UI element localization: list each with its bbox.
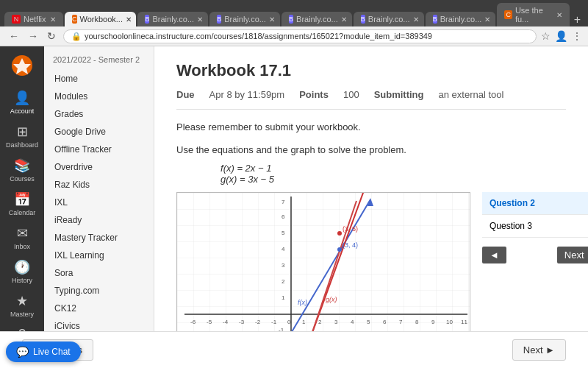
nav-link-ck12[interactable]: CK12 — [44, 300, 154, 317]
svg-text:6: 6 — [282, 213, 285, 220]
svg-text:4: 4 — [282, 246, 285, 252]
svg-text:4: 4 — [351, 319, 354, 325]
next-button[interactable]: Next ► — [512, 339, 566, 361]
svg-text:(3, 4): (3, 4) — [343, 241, 358, 249]
graph-wrapper: 0 -1 -2 -3 -4 -5 -6 1 2 3 4 5 6 7 8 — [176, 192, 470, 331]
svg-text:-2: -2 — [255, 319, 261, 325]
nav-link-ixl-learning[interactable]: IXL Learning — [44, 247, 154, 264]
reload-button[interactable]: ↻ — [44, 29, 59, 43]
svg-text:-4: -4 — [223, 319, 229, 325]
nav-link-offline-tracker[interactable]: Offline Tracker — [44, 141, 154, 158]
new-tab-button[interactable]: + — [571, 13, 584, 26]
svg-text:2: 2 — [318, 319, 322, 325]
svg-text:3: 3 — [282, 262, 285, 269]
sidebar-item-courses[interactable]: 📚 Courses — [0, 153, 44, 187]
tab-brainly2-label: Brainly.co... — [224, 15, 266, 24]
url-text: yourschoolonlineca.instructure.com/cours… — [85, 32, 432, 40]
svg-text:(3, 5): (3, 5) — [343, 225, 358, 233]
tab-workbook-close[interactable]: ✕ — [126, 15, 132, 24]
live-chat-button[interactable]: 💬 Live Chat — [6, 342, 81, 362]
tab-netflix-label: Netflix — [24, 15, 46, 24]
tab-use-the-fu[interactable]: C Use the fu... ✕ — [497, 3, 569, 26]
tab-workbook[interactable]: C Workbook... ✕ — [65, 12, 136, 26]
sidebar-inbox-label: Inbox — [14, 243, 30, 250]
tab-brainly5-close[interactable]: ✕ — [484, 15, 490, 24]
tab-brainly4[interactable]: B Brainly.co... ✕ — [354, 12, 424, 26]
live-chat-label: Live Chat — [33, 347, 71, 357]
equation2: g(x) = 3x − 5 — [220, 174, 566, 185]
svg-text:1: 1 — [282, 294, 285, 301]
semester-label: 2021/2022 - Semester 2 — [44, 52, 154, 70]
tab-use-label: Use the fu... — [515, 6, 553, 24]
question-prev-button[interactable]: ◄ — [482, 247, 506, 263]
svg-text:3: 3 — [334, 319, 338, 325]
nav-link-icivics[interactable]: iCivics — [44, 317, 154, 331]
tab-brainly5[interactable]: B Brainly.co... ✕ — [426, 12, 496, 26]
svg-text:-6: -6 — [190, 319, 196, 325]
sidebar-item-help[interactable]: ? Help — [0, 322, 44, 331]
problem-description: Use the equations and the graph to solve… — [176, 144, 566, 155]
tab-brainly1-label: Brainly.co... — [152, 15, 194, 24]
back-button[interactable]: ← — [6, 29, 22, 43]
tab-netflix[interactable]: N Netflix ✕ — [4, 12, 63, 26]
tab-brainly3-close[interactable]: ✕ — [341, 15, 347, 24]
nav-link-sora[interactable]: Sora — [44, 264, 154, 282]
nav-link-ixl[interactable]: IXL — [44, 194, 154, 211]
svg-text:5: 5 — [282, 230, 285, 236]
nav-link-typing-com[interactable]: Typing.com — [44, 282, 154, 300]
tab-brainly4-close[interactable]: ✕ — [413, 15, 419, 24]
page-title: Workbook 17.1 — [176, 61, 566, 80]
nav-link-mastery-tracker[interactable]: Mastery Tracker — [44, 229, 154, 247]
svg-text:-1: -1 — [271, 319, 277, 325]
tab-use-close[interactable]: ✕ — [556, 11, 562, 19]
nav-link-home[interactable]: Home — [44, 70, 154, 88]
browser-action-icons: ☆ 👤 ⋮ — [541, 30, 582, 42]
nav-link-overdrive[interactable]: Overdrive — [44, 158, 154, 176]
tab-netflix-close[interactable]: ✕ — [50, 15, 56, 24]
question-next-button[interactable]: Next ► — [557, 247, 588, 263]
svg-text:9: 9 — [431, 319, 435, 325]
tab-brainly2-close[interactable]: ✕ — [269, 15, 275, 24]
tab-brainly3[interactable]: B Brainly.co... ✕ — [282, 12, 352, 26]
brainly1-favicon: B — [145, 15, 149, 24]
due-date: Apr 8 by 11:59pm — [209, 89, 285, 100]
tab-brainly1-close[interactable]: ✕ — [197, 15, 203, 24]
tab-brainly5-label: Brainly.co... — [440, 15, 482, 24]
workbook-favicon: C — [72, 15, 77, 24]
tab-brainly2[interactable]: B Brainly.co... ✕ — [209, 12, 280, 26]
sidebar-item-mastery[interactable]: ★ Mastery — [0, 289, 44, 322]
tab-brainly1[interactable]: B Brainly.co... ✕ — [137, 12, 208, 26]
equations: f(x) = 2x − 1 g(x) = 3x − 5 — [176, 163, 566, 185]
brainly2-favicon: B — [217, 15, 221, 24]
sidebar-item-account[interactable]: 👤 Account — [0, 85, 44, 119]
history-icon: 🕐 — [14, 259, 30, 275]
sidebar-item-dashboard[interactable]: ⊞ Dashboard — [0, 119, 44, 153]
nav-link-iready[interactable]: iReady — [44, 211, 154, 229]
question-nav-item-3[interactable]: Question 3 — [482, 215, 588, 238]
profile-icon[interactable]: 👤 — [555, 30, 567, 42]
svg-text:1: 1 — [302, 319, 306, 325]
courses-icon: 📚 — [14, 158, 30, 174]
menu-icon[interactable]: ⋮ — [572, 30, 582, 42]
forward-button[interactable]: → — [25, 29, 41, 43]
nav-link-google-drive[interactable]: Google Drive — [44, 123, 154, 141]
canvas-logo — [10, 49, 34, 85]
url-bar[interactable]: 🔒 yourschoolonlineca.instructure.com/cou… — [63, 29, 537, 43]
nav-link-grades[interactable]: Grades — [44, 105, 154, 123]
tab-brainly4-label: Brainly.co... — [368, 15, 410, 24]
svg-rect-2 — [177, 193, 470, 331]
sidebar-courses-label: Courses — [10, 175, 35, 183]
svg-text:2: 2 — [282, 278, 285, 285]
sidebar-item-inbox[interactable]: ✉ Inbox — [0, 221, 44, 255]
sidebar-item-calendar[interactable]: 📅 Calendar — [0, 187, 44, 221]
star-icon[interactable]: ☆ — [541, 30, 551, 42]
nav-link-raz-kids[interactable]: Raz Kids — [44, 176, 154, 194]
question-nav-item-2[interactable]: Question 2 — [482, 192, 588, 215]
mastery-icon: ★ — [16, 293, 28, 309]
nav-link-modules[interactable]: Modules — [44, 88, 154, 105]
account-icon: 👤 — [14, 90, 30, 106]
sidebar-item-history[interactable]: 🕐 History — [0, 255, 44, 289]
points-value: 100 — [343, 89, 359, 100]
question-nav-arrows: ◄ Next ► — [482, 247, 588, 263]
submitting-label: Submitting — [374, 89, 424, 100]
